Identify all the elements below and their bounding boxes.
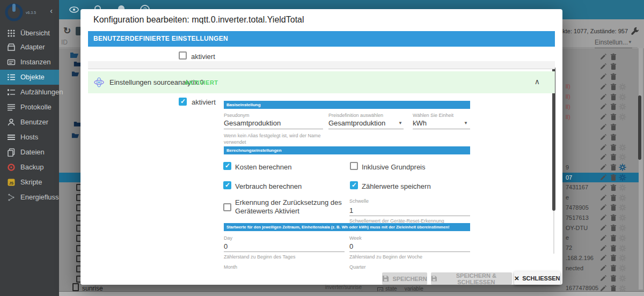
gear-icon[interactable]	[619, 83, 626, 91]
delete-icon[interactable]	[610, 63, 617, 70]
gear-icon[interactable]	[619, 214, 626, 221]
grundpreis-checkbox[interactable]	[350, 162, 358, 170]
gear-icon[interactable]	[619, 234, 626, 242]
table-row[interactable]: ll)	[558, 102, 640, 112]
close-button[interactable]: × SCHLIESSEN	[514, 271, 560, 285]
delete-icon[interactable]	[610, 134, 617, 141]
gear-icon[interactable]	[619, 113, 626, 121]
price-definition-select[interactable]: Gesamtproduktion	[328, 119, 385, 127]
delete-icon[interactable]	[610, 153, 617, 161]
save-button[interactable]: SPEICHERN	[382, 272, 427, 285]
delete-icon[interactable]	[610, 73, 617, 80]
gear-icon[interactable]	[619, 285, 626, 291]
edit-icon[interactable]	[599, 103, 607, 110]
sidebar-item-dateien[interactable]: Dateien	[0, 145, 59, 160]
gear-icon[interactable]	[619, 153, 626, 161]
gear-icon[interactable]	[619, 174, 626, 181]
delete-icon[interactable]	[610, 144, 617, 151]
table-row[interactable]: e	[558, 233, 640, 243]
gear-icon[interactable]	[619, 184, 626, 191]
selected-row-left-fragment[interactable]	[59, 173, 80, 182]
sidebar-item-uebersicht[interactable]: Übersicht	[0, 26, 59, 41]
gear-icon[interactable]	[619, 144, 626, 151]
chevron-down-icon[interactable]: ▼	[398, 121, 402, 125]
edit-icon[interactable]	[599, 224, 607, 232]
sidebar-item-hosts[interactable]: Hosts	[0, 130, 59, 145]
column-settings-icon[interactable]	[630, 26, 640, 36]
day-input[interactable]: 0	[224, 242, 228, 250]
gear-icon[interactable]	[619, 194, 626, 202]
edit-icon[interactable]	[599, 123, 607, 131]
delete-icon[interactable]	[610, 224, 617, 232]
table-row[interactable]: nected	[558, 263, 640, 273]
sourceanalytix-section-header[interactable]: Einstellungen sourceanalytix.0 AKTIVIERT…	[88, 71, 555, 93]
table-row[interactable]: 07	[558, 173, 640, 183]
table-row[interactable]: OY-DTU	[558, 223, 640, 233]
zaehlerwerte-checkbox[interactable]	[350, 181, 358, 189]
sidebar-item-energiefluss[interactable]: Energiefluss	[0, 190, 59, 205]
edit-icon[interactable]	[599, 254, 607, 262]
eye-icon[interactable]	[69, 4, 79, 15]
delete-icon[interactable]	[610, 254, 617, 262]
edit-icon[interactable]	[599, 164, 607, 171]
edit-icon[interactable]	[599, 73, 607, 80]
unit-select[interactable]: kWh	[413, 119, 427, 127]
gear-icon[interactable]	[619, 164, 626, 171]
edit-icon[interactable]	[599, 153, 607, 161]
folder-open-icon[interactable]	[70, 51, 79, 58]
delete-icon[interactable]	[610, 103, 617, 110]
pseudonym-input[interactable]: Gesamtproduktion	[224, 119, 281, 127]
gear-icon[interactable]	[619, 224, 626, 232]
save-and-close-button[interactable]: SPEICHERN & SCHLIESSEN	[431, 272, 512, 285]
edit-icon[interactable]	[599, 234, 607, 242]
table-row[interactable]: 7517613	[558, 213, 640, 223]
edit-icon[interactable]	[599, 264, 607, 272]
edit-icon[interactable]	[599, 184, 607, 191]
delete-icon[interactable]	[610, 264, 617, 272]
folder-icon[interactable]	[74, 120, 81, 128]
edit-icon[interactable]	[599, 245, 607, 252]
chevron-down-icon[interactable]: ▼	[464, 121, 468, 125]
sidebar-item-backup[interactable]: Backup	[0, 160, 59, 175]
sidebar-item-protokolle[interactable]: Protokolle	[0, 100, 59, 115]
gear-icon[interactable]	[619, 204, 626, 211]
table-row[interactable]: ll)	[558, 82, 640, 92]
edit-icon[interactable]	[599, 134, 607, 141]
folder-icon[interactable]	[74, 60, 81, 68]
edit-icon[interactable]	[599, 93, 607, 101]
delete-icon[interactable]	[610, 214, 617, 221]
edit-icon[interactable]	[599, 83, 607, 91]
edit-icon[interactable]	[599, 194, 607, 202]
verbrauch-checkbox[interactable]	[223, 181, 231, 189]
table-row[interactable]	[558, 152, 640, 162]
table-row[interactable]	[558, 51, 640, 62]
delete-icon[interactable]	[610, 113, 617, 121]
edit-icon[interactable]	[599, 174, 607, 181]
delete-icon[interactable]	[610, 285, 617, 291]
sidebar-item-aufzaehlungen[interactable]: Aufzählungen	[0, 85, 59, 100]
edit-icon[interactable]	[599, 113, 607, 121]
gear-icon[interactable]	[619, 254, 626, 262]
delete-icon[interactable]	[610, 174, 617, 181]
table-row[interactable]: 72	[558, 243, 640, 253]
gear-icon[interactable]	[619, 103, 626, 110]
delete-icon[interactable]	[610, 194, 617, 202]
aktiviert-checkbox[interactable]	[179, 98, 187, 106]
table-row[interactable]	[558, 72, 640, 82]
collapse-sidebar-icon[interactable]: ‹	[50, 6, 53, 15]
table-row[interactable]: ll)	[558, 112, 640, 122]
table-row[interactable]: .168.2.196	[558, 253, 640, 263]
delete-icon[interactable]	[610, 234, 617, 242]
schwelle-input[interactable]: 1	[349, 206, 353, 214]
edit-icon[interactable]	[599, 53, 607, 61]
gear-icon[interactable]	[619, 93, 626, 101]
delete-icon[interactable]	[610, 93, 617, 101]
table-row[interactable]: 7431167	[558, 182, 640, 193]
table-row[interactable]: 9	[558, 162, 640, 173]
table-row[interactable]	[558, 62, 640, 72]
edit-icon[interactable]	[599, 204, 607, 211]
refresh-icon[interactable]: ↻	[63, 25, 71, 36]
delete-icon[interactable]	[610, 184, 617, 191]
table-row[interactable]: ll)	[558, 92, 640, 102]
gear-icon[interactable]	[619, 275, 626, 282]
